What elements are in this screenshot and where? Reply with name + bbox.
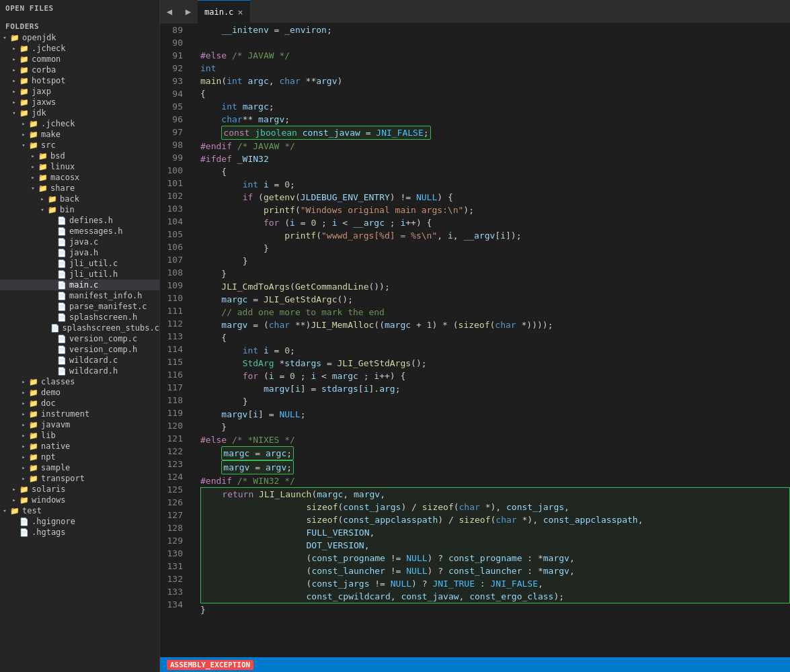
tree-item-jaxp[interactable]: ▸📁jaxp [0,86,159,97]
next-nav-button[interactable]: ▶ [179,0,198,24]
tree-item-sample[interactable]: ▸📁sample [0,462,159,473]
code-line-123: margv = argv; [200,460,790,474]
tree-item-bsd[interactable]: ▸📁bsd [0,151,159,161]
tree-item-hgtags[interactable]: 📄.hgtags [0,527,159,538]
tree-item-splashscreen_stubs-c[interactable]: 📄splashscreen_stubs.c [0,323,159,333]
tree-item-javavm[interactable]: ▸📁javavm [0,419,159,430]
tree-item-macosx[interactable]: ▸📁macosx [0,172,159,183]
folder-arrow: ▸ [9,486,19,493]
tree-item-manifest_info-h[interactable]: 📄manifest_info.h [0,290,159,301]
folder-arrow: ▸ [9,56,19,62]
tree-item-npt[interactable]: ▸📁npt [0,452,159,462]
code-line-115: StdArg *stdargs = JLI_GetStdArgs(); [200,357,790,370]
code-line-95: int margc; [200,100,790,113]
tree-item-make[interactable]: ▸📁make [0,129,159,140]
code-line-92: int [200,62,790,75]
tree-item-native[interactable]: ▸📁native [0,441,159,452]
folder-icon: 📁 [28,141,39,150]
tree-label: share [50,183,75,193]
code-line-124: #endif /* WIN32 */ [200,474,790,487]
tree-item-wildcard-c[interactable]: 📄wildcard.c [0,355,159,366]
tree-item-solaris[interactable]: ▸📁solaris [0,484,159,495]
tree-item-lib[interactable]: ▸📁lib [0,430,159,441]
code-line-105: printf("wwwd_args[%d] = %s\n", i, __argv… [200,229,790,242]
tree-item-defines-h[interactable]: 📄defines.h [0,215,159,226]
tree-item-main-c[interactable]: 📄main.c [0,280,159,290]
tree-label: version_comp.c [69,334,137,343]
tree-item-bin[interactable]: ▾📁bin [0,204,159,215]
tree-item-version_comp-c[interactable]: 📄version_comp.c [0,333,159,344]
tree-label: .jcheck [41,119,75,128]
folder-arrow: ▸ [19,131,28,138]
folder-icon: 📁 [28,453,39,462]
code-line-132: (const_jargs != NULL) ? JNI_TRUE : JNI_F… [200,577,790,590]
tree-label: doc [41,398,56,408]
prev-nav-button[interactable]: ◀ [160,0,179,24]
folder-arrow: ▸ [9,497,19,503]
tree-item-hgignore[interactable]: 📄.hgignore [0,516,159,527]
folder-icon: 📁 [28,431,39,440]
tree-item-jdk-jcheck[interactable]: ▸📁.jcheck [0,118,159,129]
tree-item-instrument[interactable]: ▸📁instrument [0,409,159,419]
folder-icon: 📁 [19,87,30,96]
tab-close-button[interactable]: × [237,7,243,17]
code-content[interactable]: __initenv = _environ;#else /* JAVAW */in… [194,24,790,657]
tree-label: openjdk [22,33,56,42]
folders-label: FOLDERS [0,18,159,32]
tree-item-back[interactable]: ▸📁back [0,194,159,204]
code-line-125: return JLI_Launch(margc, margv, [200,487,790,501]
tree-item-splashscreen-h[interactable]: 📄splashscreen.h [0,312,159,323]
tree-item-emessages-h[interactable]: 📄emessages.h [0,226,159,237]
tree-item-jli_util-h[interactable]: 📄jli_util.h [0,269,159,280]
tree-label: classes [41,377,75,386]
file-icon: 📄 [56,356,67,365]
tree-item-parse_manifest-c[interactable]: 📄parse_manifest.c [0,301,159,312]
tree-label: java.h [69,248,98,257]
file-icon: 📄 [56,270,67,279]
tree-item-share[interactable]: ▾📁share [0,183,159,194]
folder-icon: 📁 [19,109,30,118]
tree-item-jdk[interactable]: ▾📁jdk [0,108,159,118]
code-line-120: } [200,421,790,433]
tree-item-wildcard-h[interactable]: 📄wildcard.h [0,366,159,376]
main-c-tab[interactable]: main.c × [198,0,251,24]
folder-arrow: ▾ [19,142,28,149]
tree-item-corba[interactable]: ▸📁corba [0,65,159,75]
code-line-94: { [200,87,790,100]
tree-label: npt [41,452,56,462]
tree-item-src[interactable]: ▾📁src [0,140,159,151]
tree-label: corba [32,65,56,75]
tree-item-doc[interactable]: ▸📁doc [0,398,159,409]
tab-bar: ◀ ▶ main.c × [160,0,790,24]
tree-item-windows[interactable]: ▸📁windows [0,495,159,505]
tree-item-linux[interactable]: ▸📁linux [0,161,159,172]
folder-icon: 📁 [28,399,39,408]
tree-item-version_comp-h[interactable]: 📄version_comp.h [0,344,159,355]
tree-item-demo[interactable]: ▸📁demo [0,387,159,398]
tree-item-jaxws[interactable]: ▸📁jaxws [0,97,159,108]
tree-item-java-c[interactable]: 📄java.c [0,237,159,247]
tree-item-jli_util-c[interactable]: 📄jli_util.c [0,258,159,269]
tree-item-jcheck[interactable]: ▸📁.jcheck [0,43,159,54]
tree-item-openjdk[interactable]: ▾📁openjdk [0,32,159,43]
file-icon: 📄 [56,249,67,257]
code-line-134: } [200,603,790,616]
tree-item-test[interactable]: ▾📁test [0,505,159,516]
file-tree: ▾📁openjdk▸📁.jcheck▸📁common▸📁corba▸📁hotsp… [0,32,159,538]
folder-icon: 📁 [9,507,20,515]
status-bar: ASSEMBLY_EXCEPTION [160,657,790,672]
code-line-117: margv[i] = stdargs[i].arg; [200,382,790,395]
tree-item-java-h[interactable]: 📄java.h [0,247,159,258]
file-icon: 📄 [56,313,67,322]
file-icon: 📄 [56,216,67,225]
tree-label: emessages.h [69,226,122,236]
folder-arrow: ▸ [9,45,19,52]
folder-arrow: ▸ [19,475,28,482]
tree-item-transport[interactable]: ▸📁transport [0,473,159,484]
tree-item-hotspot[interactable]: ▸📁hotspot [0,75,159,86]
folder-icon: 📁 [38,152,48,161]
tree-item-common[interactable]: ▸📁common [0,54,159,65]
tree-item-classes[interactable]: ▸📁classes [0,376,159,387]
tree-label: sample [41,463,70,472]
code-line-113: { [200,331,790,344]
